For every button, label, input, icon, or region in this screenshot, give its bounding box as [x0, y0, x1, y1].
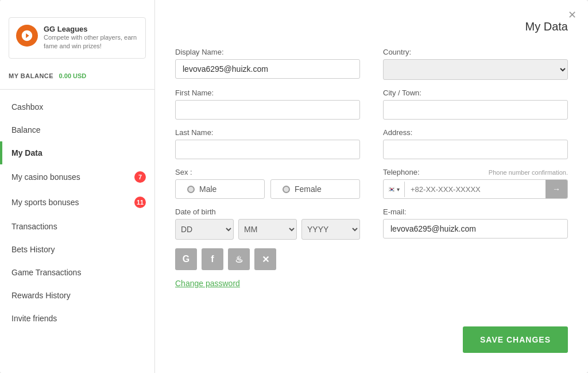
page-title: My Data — [175, 20, 568, 33]
city-input[interactable] — [383, 100, 568, 120]
date-selects: DD MM YYYY — [175, 219, 360, 240]
telephone-group: Telephone: Phone number confirmation. 🇰🇷… — [383, 168, 568, 199]
sidebar-item-label: Transactions — [11, 222, 57, 231]
chevron-down-icon: ▾ — [397, 186, 400, 193]
sex-group: Sex : Male Female — [175, 168, 360, 199]
google-social-button[interactable]: G — [175, 248, 197, 270]
close-button[interactable]: ✕ — [568, 9, 577, 21]
sex-female-radio — [283, 186, 290, 193]
sidebar-item-label: Cashbox — [11, 102, 43, 111]
flag-emoji: 🇰🇷 — [388, 186, 395, 193]
save-changes-button[interactable]: SAVE CHANGES — [463, 326, 568, 353]
last-name-input[interactable] — [175, 140, 360, 159]
tel-label-row: Telephone: Phone number confirmation. — [383, 168, 568, 176]
sex-female-label: Female — [295, 184, 322, 194]
dob-month-select[interactable]: MM — [238, 219, 297, 240]
sidebar-item-bets-history[interactable]: Bets History — [0, 238, 154, 261]
balance-amount: 0.00 USD — [59, 72, 87, 79]
sidebar-item-game-transactions[interactable]: Game Transactions — [0, 261, 154, 284]
social-icons: G f ♨ ✕ — [175, 248, 568, 270]
address-label: Address: — [383, 128, 568, 137]
form-grid: Display Name: Country: First Name: City … — [175, 48, 568, 240]
sidebar-item-my-data[interactable]: My Data — [0, 141, 154, 164]
casino-bonuses-badge: 7 — [134, 171, 146, 183]
sex-female-option[interactable]: Female — [270, 179, 360, 199]
sidebar-item-invite-friends[interactable]: Invite friends — [0, 307, 154, 330]
display-name-input[interactable] — [175, 59, 360, 79]
sidebar-item-rewards-history[interactable]: Rewards History — [0, 284, 154, 307]
sex-male-option[interactable]: Male — [175, 179, 265, 199]
telephone-label: Telephone: — [383, 168, 420, 176]
city-group: City / Town: — [383, 89, 568, 120]
sports-bonuses-badge: 11 — [134, 197, 146, 208]
display-name-label: Display Name: — [175, 48, 360, 56]
first-name-group: First Name: — [175, 89, 360, 120]
sex-male-radio — [187, 186, 195, 193]
sidebar-item-label: Game Transactions — [11, 268, 81, 277]
modal: GG Leagues Compete with other players, e… — [0, 0, 588, 373]
country-label: Country: — [383, 48, 568, 56]
balance-section: MY BALANCE 0.00 USD — [0, 70, 154, 90]
sidebar-item-label: Rewards History — [11, 291, 71, 300]
gg-description: Compete with other players, earn fame an… — [44, 33, 138, 51]
telephone-input[interactable] — [405, 180, 546, 198]
sidebar-item-transactions[interactable]: Transactions — [0, 215, 154, 238]
address-input[interactable] — [383, 140, 568, 159]
email-label: E-mail: — [383, 207, 568, 216]
sidebar-item-label: My casino bonuses — [11, 172, 80, 182]
sidebar-item-label: My Data — [11, 148, 42, 157]
sex-male-label: Male — [199, 184, 216, 194]
dob-year-select[interactable]: YYYY — [301, 219, 360, 240]
sidebar-item-label: My sports bonuses — [11, 198, 79, 207]
telephone-submit-button[interactable]: → — [546, 180, 567, 198]
facebook-social-button[interactable]: f — [202, 248, 223, 270]
last-name-label: Last Name: — [175, 128, 360, 137]
display-name-group: Display Name: — [175, 48, 360, 80]
telephone-input-group: 🇰🇷 ▾ → — [383, 179, 568, 199]
email-group: E-mail: — [383, 207, 568, 240]
main-content: ✕ My Data Display Name: Country: First N… — [155, 0, 588, 373]
tel-flag[interactable]: 🇰🇷 ▾ — [384, 182, 405, 197]
sidebar-item-cashbox[interactable]: Cashbox — [0, 95, 154, 118]
city-label: City / Town: — [383, 89, 568, 97]
dob-day-select[interactable]: DD — [175, 219, 234, 240]
sidebar-item-label: Invite friends — [11, 314, 57, 323]
last-name-group: Last Name: — [175, 128, 360, 159]
dob-label: Date of birth — [175, 207, 360, 216]
gg-title: GG Leagues — [44, 25, 138, 33]
sidebar-item-label: Bets History — [11, 245, 55, 254]
country-group: Country: — [383, 48, 568, 80]
sidebar-item-casino-bonuses[interactable]: My casino bonuses 7 — [0, 164, 154, 190]
gg-text: GG Leagues Compete with other players, e… — [44, 25, 138, 51]
steam-social-button[interactable]: ♨ — [228, 248, 250, 270]
change-password-link[interactable]: Change password — [175, 279, 240, 288]
sidebar-nav: Cashbox Balance My Data My casino bonuse… — [0, 95, 154, 330]
sidebar-item-balance[interactable]: Balance — [0, 118, 154, 141]
balance-label: MY BALANCE — [9, 72, 53, 79]
twitter-social-button[interactable]: ✕ — [254, 248, 276, 270]
email-input[interactable] — [383, 219, 568, 239]
sex-options: Male Female — [175, 179, 360, 199]
telephone-confirm-text: Phone number confirmation. — [489, 169, 568, 176]
address-group: Address: — [383, 128, 568, 159]
sidebar-item-sports-bonuses[interactable]: My sports bonuses 11 — [0, 190, 154, 215]
gg-icon — [16, 25, 38, 47]
first-name-label: First Name: — [175, 89, 360, 97]
bottom-section: G f ♨ ✕ Change password — [175, 248, 568, 289]
sidebar-item-label: Balance — [11, 125, 41, 134]
gg-leagues-card[interactable]: GG Leagues Compete with other players, e… — [9, 17, 146, 59]
sex-label: Sex : — [175, 168, 360, 176]
first-name-input[interactable] — [175, 100, 360, 120]
dob-group: Date of birth DD MM YYYY — [175, 207, 360, 240]
sidebar: GG Leagues Compete with other players, e… — [0, 0, 155, 373]
country-select[interactable] — [383, 59, 568, 80]
